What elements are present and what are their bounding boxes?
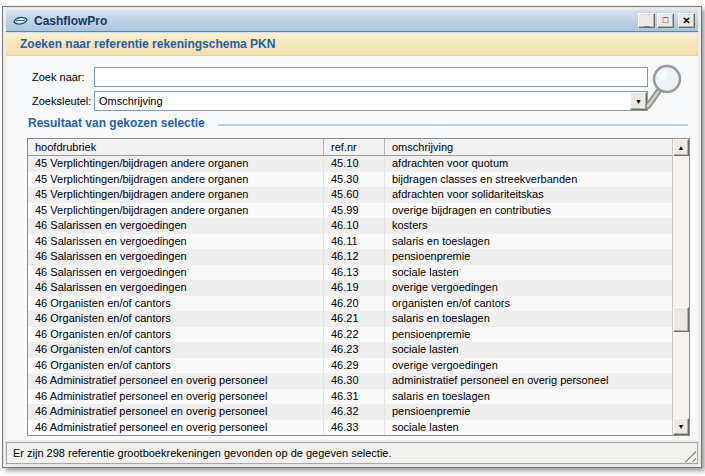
table-row[interactable]: 46 Salarissen en vergoedingen 46.19 over… xyxy=(28,280,672,296)
table-header-row: hoofdrubriek ref.nr omschrijving xyxy=(28,139,672,156)
table-row[interactable]: 45 Verplichtingen/bijdragen andere organ… xyxy=(28,187,672,203)
cell-refnr: 46.31 xyxy=(324,389,385,405)
table-row[interactable]: 45 Verplichtingen/bijdragen andere organ… xyxy=(28,203,672,219)
column-header-omschrijving[interactable]: omschrijving xyxy=(385,139,672,155)
cell-omschrijving: pensioenpremie xyxy=(385,327,672,343)
cell-refnr: 46.30 xyxy=(324,373,385,389)
cell-hoofdrubriek: 46 Salarissen en vergoedingen xyxy=(28,265,324,281)
cell-omschrijving: bijdragen classes en streekverbanden xyxy=(385,172,672,188)
cell-omschrijving: administratief personeel en overig perso… xyxy=(385,373,672,389)
cell-refnr: 46.11 xyxy=(324,234,385,250)
scroll-up-icon[interactable]: ▲ xyxy=(673,139,689,156)
scroll-down-icon[interactable]: ▼ xyxy=(673,418,689,435)
table-row[interactable]: 46 Administratief personeel en overig pe… xyxy=(28,389,672,405)
cell-omschrijving: afdrachten voor quotum xyxy=(385,156,672,172)
table-row[interactable]: 45 Verplichtingen/bijdragen andere organ… xyxy=(28,172,672,188)
cell-omschrijving: sociale lasten xyxy=(385,342,672,358)
results-table-body: 45 Verplichtingen/bijdragen andere organ… xyxy=(28,156,672,435)
cell-omschrijving: overige bijdragen en contributies xyxy=(385,203,672,219)
cell-hoofdrubriek: 45 Verplichtingen/bijdragen andere organ… xyxy=(28,172,324,188)
table-row[interactable]: 46 Organisten en/of cantors 46.21 salari… xyxy=(28,311,672,327)
cell-refnr: 46.19 xyxy=(324,280,385,296)
cell-hoofdrubriek: 46 Salarissen en vergoedingen xyxy=(28,280,324,296)
search-icon[interactable] xyxy=(642,62,692,114)
cell-hoofdrubriek: 45 Verplichtingen/bijdragen andere organ… xyxy=(28,156,324,172)
table-row[interactable]: 45 Verplichtingen/bijdragen andere organ… xyxy=(28,156,672,172)
cell-omschrijving: pensioenpremie xyxy=(385,404,672,420)
results-section-title: Resultaat van gekozen selectie xyxy=(28,116,205,130)
cell-refnr: 46.21 xyxy=(324,311,385,327)
vertical-scrollbar[interactable]: ▲ ▼ xyxy=(672,139,689,435)
cell-hoofdrubriek: 45 Verplichtingen/bijdragen andere organ… xyxy=(28,187,324,203)
cell-omschrijving: kosters xyxy=(385,218,672,234)
search-key-label: Zoeksleutel: xyxy=(32,95,91,107)
cell-refnr: 46.33 xyxy=(324,420,385,436)
cell-refnr: 46.32 xyxy=(324,404,385,420)
column-header-refnr[interactable]: ref.nr xyxy=(324,139,385,155)
cell-omschrijving: sociale lasten xyxy=(385,420,672,436)
cell-hoofdrubriek: 46 Organisten en/of cantors xyxy=(28,358,324,374)
cell-refnr: 45.10 xyxy=(324,156,385,172)
cell-hoofdrubriek: 46 Organisten en/of cantors xyxy=(28,311,324,327)
table-row[interactable]: 46 Administratief personeel en overig pe… xyxy=(28,404,672,420)
table-row[interactable]: 46 Salarissen en vergoedingen 46.10 kost… xyxy=(28,218,672,234)
cell-refnr: 45.30 xyxy=(324,172,385,188)
cell-hoofdrubriek: 46 Administratief personeel en overig pe… xyxy=(28,404,324,420)
app-icon xyxy=(12,14,29,27)
search-input[interactable] xyxy=(94,67,648,87)
cell-omschrijving: organisten en/of cantors xyxy=(385,296,672,312)
table-row[interactable]: 46 Organisten en/of cantors 46.20 organi… xyxy=(28,296,672,312)
resize-grip[interactable] xyxy=(684,450,696,462)
search-key-select[interactable]: Omschrijving ▼ xyxy=(94,91,648,111)
results-table: hoofdrubriek ref.nr omschrijving 45 Verp… xyxy=(27,138,690,436)
maximize-button[interactable]: □ xyxy=(657,13,674,28)
title-bar[interactable]: CashflowPro _ □ ✕ xyxy=(6,10,698,32)
cell-hoofdrubriek: 46 Organisten en/of cantors xyxy=(28,296,324,312)
column-header-hoofdrubriek[interactable]: hoofdrubriek xyxy=(28,139,324,155)
cell-refnr: 46.20 xyxy=(324,296,385,312)
table-row[interactable]: 46 Administratief personeel en overig pe… xyxy=(28,373,672,389)
cell-refnr: 46.13 xyxy=(324,265,385,281)
table-row[interactable]: 46 Salarissen en vergoedingen 46.12 pens… xyxy=(28,249,672,265)
cell-refnr: 46.12 xyxy=(324,249,385,265)
cell-omschrijving: sociale lasten xyxy=(385,265,672,281)
cell-hoofdrubriek: 46 Salarissen en vergoedingen xyxy=(28,218,324,234)
table-row[interactable]: 46 Organisten en/of cantors 46.29 overig… xyxy=(28,358,672,374)
cell-omschrijving: overige vergoedingen xyxy=(385,358,672,374)
section-divider xyxy=(218,124,688,126)
dialog-content: Zoek naar: Zoeksleutel: Omschrijving ▼ R… xyxy=(6,56,698,440)
status-text: Er zijn 298 referentie grootboekrekening… xyxy=(13,447,392,459)
minimize-button[interactable]: _ xyxy=(638,13,655,28)
dialog-header: Zoeken naar referentie rekeningschema PK… xyxy=(6,32,698,56)
table-row[interactable]: 46 Organisten en/of cantors 46.23 social… xyxy=(28,342,672,358)
cell-refnr: 46.29 xyxy=(324,358,385,374)
cell-omschrijving: pensioenpremie xyxy=(385,249,672,265)
table-row[interactable]: 46 Organisten en/of cantors 46.22 pensio… xyxy=(28,327,672,343)
cell-omschrijving: overige vergoedingen xyxy=(385,280,672,296)
cell-refnr: 46.10 xyxy=(324,218,385,234)
cell-hoofdrubriek: 46 Salarissen en vergoedingen xyxy=(28,234,324,250)
close-button[interactable]: ✕ xyxy=(678,13,695,28)
table-row[interactable]: 46 Administratief personeel en overig pe… xyxy=(28,420,672,436)
table-row[interactable]: 46 Salarissen en vergoedingen 46.11 sala… xyxy=(28,234,672,250)
cell-hoofdrubriek: 46 Organisten en/of cantors xyxy=(28,342,324,358)
search-term-label: Zoek naar: xyxy=(32,71,85,83)
cell-hoofdrubriek: 46 Administratief personeel en overig pe… xyxy=(28,373,324,389)
cell-refnr: 46.23 xyxy=(324,342,385,358)
table-row[interactable]: 46 Salarissen en vergoedingen 46.13 soci… xyxy=(28,265,672,281)
cell-hoofdrubriek: 46 Salarissen en vergoedingen xyxy=(28,249,324,265)
cell-refnr: 45.99 xyxy=(324,203,385,219)
cell-omschrijving: salaris en toeslagen xyxy=(385,311,672,327)
cell-omschrijving: salaris en toeslagen xyxy=(385,234,672,250)
cell-omschrijving: afdrachten voor solidariteitskas xyxy=(385,187,672,203)
cell-refnr: 45.60 xyxy=(324,187,385,203)
scrollbar-thumb[interactable] xyxy=(673,307,689,332)
cell-refnr: 46.22 xyxy=(324,327,385,343)
cell-hoofdrubriek: 46 Administratief personeel en overig pe… xyxy=(28,389,324,405)
search-key-value: Omschrijving xyxy=(95,95,630,107)
cell-hoofdrubriek: 45 Verplichtingen/bijdragen andere organ… xyxy=(28,203,324,219)
application-window: CashflowPro _ □ ✕ Zoeken naar referentie… xyxy=(2,6,702,468)
cell-hoofdrubriek: 46 Organisten en/of cantors xyxy=(28,327,324,343)
cell-omschrijving: salaris en toeslagen xyxy=(385,389,672,405)
cell-hoofdrubriek: 46 Administratief personeel en overig pe… xyxy=(28,420,324,436)
